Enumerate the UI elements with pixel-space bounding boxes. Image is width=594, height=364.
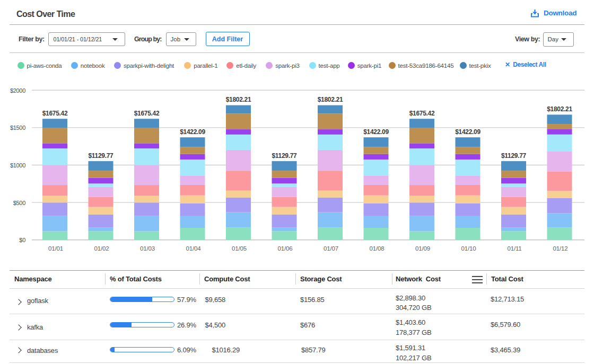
svg-text:01/11: 01/11 xyxy=(508,245,522,252)
svg-text:01/04: 01/04 xyxy=(186,245,202,252)
svg-text:$500: $500 xyxy=(13,200,25,206)
svg-text:01/02: 01/02 xyxy=(94,245,109,252)
svg-text:$1675.42: $1675.42 xyxy=(134,110,160,117)
svg-text:01/06: 01/06 xyxy=(278,245,293,252)
svg-text:$2000: $2000 xyxy=(10,87,25,94)
svg-text:$1675.42: $1675.42 xyxy=(42,110,68,117)
svg-text:$1000: $1000 xyxy=(10,162,25,168)
svg-text:$1500: $1500 xyxy=(10,125,25,131)
svg-text:$1422.09: $1422.09 xyxy=(455,128,481,136)
svg-text:$1802.21: $1802.21 xyxy=(547,105,572,113)
svg-text:01/12: 01/12 xyxy=(553,245,568,252)
svg-text:$1129.77: $1129.77 xyxy=(501,152,527,159)
svg-text:01/10: 01/10 xyxy=(461,245,476,252)
svg-text:$1422.09: $1422.09 xyxy=(180,128,205,136)
svg-text:$1129.77: $1129.77 xyxy=(89,152,114,159)
svg-text:01/09: 01/09 xyxy=(415,245,430,252)
svg-text:01/05: 01/05 xyxy=(232,245,247,252)
svg-text:$1802.21: $1802.21 xyxy=(226,96,251,103)
svg-text:$1675.42: $1675.42 xyxy=(409,110,435,117)
svg-text:$0: $0 xyxy=(19,237,25,243)
svg-text:01/03: 01/03 xyxy=(140,245,155,252)
svg-text:$1802.21: $1802.21 xyxy=(318,96,343,103)
svg-text:$1129.77: $1129.77 xyxy=(272,152,298,159)
svg-text:01/01: 01/01 xyxy=(48,245,63,252)
svg-text:01/08: 01/08 xyxy=(370,245,385,252)
svg-text:01/07: 01/07 xyxy=(324,245,338,252)
svg-text:$1422.09: $1422.09 xyxy=(363,128,389,136)
